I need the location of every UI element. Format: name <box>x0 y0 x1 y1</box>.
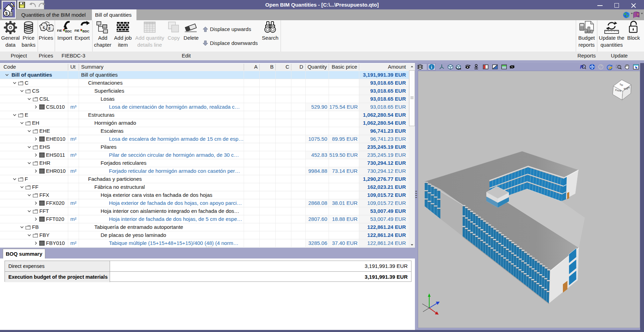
svg-text:FIE: FIE <box>74 29 79 32</box>
svg-text:?: ? <box>637 13 639 16</box>
svg-text:BDC: BDC <box>83 30 89 33</box>
svg-text:$: $ <box>5 11 8 16</box>
svg-text:2: 2 <box>599 65 602 69</box>
svg-text:FIE: FIE <box>57 29 62 32</box>
svg-text:BDC: BDC <box>65 30 72 33</box>
